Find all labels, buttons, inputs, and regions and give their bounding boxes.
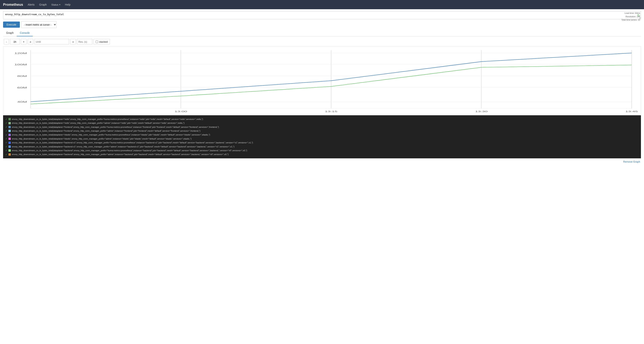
duration-input[interactable] <box>10 39 20 44</box>
chevron-down-icon: ▾ <box>59 3 60 6</box>
legend-swatch <box>8 126 11 128</box>
legend-check-icon: ✓ <box>6 153 7 156</box>
legend-item: ✓ envoy_http_downstream_cx_tx_bytes_tota… <box>6 145 638 149</box>
legend-check-icon: ✓ <box>6 125 7 129</box>
legend-text: envoy_http_downstream_cx_tx_bytes_total{… <box>12 117 203 121</box>
navbar-item-graph[interactable]: Graph <box>39 2 47 7</box>
legend: ✓ envoy_http_downstream_cx_tx_bytes_tota… <box>3 115 641 158</box>
legend-item: ✓ envoy_http_downstream_cx_tx_bytes_tota… <box>6 133 638 137</box>
query-input-wrap: ↻ <box>3 11 641 20</box>
legend-item: ✓ envoy_http_downstream_cx_tx_bytes_tota… <box>6 137 638 141</box>
legend-swatch <box>8 118 11 120</box>
tab-console[interactable]: Console <box>17 30 33 36</box>
legend-swatch <box>8 142 11 144</box>
legend-swatch <box>8 130 11 132</box>
remove-graph-button[interactable]: Remove Graph <box>623 160 640 163</box>
stacked-text: stacked <box>99 40 108 43</box>
navbar-item-help[interactable]: Help <box>65 2 70 7</box>
legend-check-icon: ✓ <box>6 137 7 141</box>
legend-text: envoy_http_downstream_cx_tx_bytes_total{… <box>12 149 247 152</box>
legend-text: envoy_http_downstream_cx_tx_bytes_total{… <box>12 137 192 141</box>
resolution: Resolution: 14s <box>621 15 640 18</box>
legend-check-icon: ✓ <box>6 145 7 149</box>
legend-text: envoy_http_downstream_cx_tx_bytes_total{… <box>12 121 184 125</box>
navbar-item-status[interactable]: Status ▾ <box>51 3 60 6</box>
total-series: Total time series: 10 <box>621 18 640 22</box>
legend-check-icon: ✓ <box>6 149 7 152</box>
svg-text:80M: 80M <box>17 75 27 77</box>
svg-text:13:30: 13:30 <box>475 110 488 113</box>
stacked-label[interactable]: stacked <box>94 39 110 44</box>
legend-swatch <box>8 149 11 152</box>
graph-controls: - + « » stacked <box>3 36 641 46</box>
legend-swatch <box>8 145 11 148</box>
legend-check-icon: ✓ <box>6 117 7 121</box>
svg-text:13:00: 13:00 <box>175 110 187 113</box>
legend-text: envoy_http_downstream_cx_tx_bytes_total{… <box>12 153 228 156</box>
svg-text:60M: 60M <box>17 86 27 89</box>
res-input[interactable] <box>77 39 92 44</box>
navbar-brand: Prometheus <box>3 3 23 7</box>
svg-text:13:45: 13:45 <box>625 110 638 113</box>
legend-item: ✓ envoy_http_downstream_cx_tx_bytes_tota… <box>6 153 638 156</box>
query-row: ↻ Load time: 64ms Resolution: 14s Total … <box>3 11 641 20</box>
tab-graph[interactable]: Graph <box>3 30 17 36</box>
legend-text: envoy_http_downstream_cx_tx_bytes_total{… <box>12 133 210 137</box>
legend-item: ✓ envoy_http_downstream_cx_tx_bytes_tota… <box>6 121 638 125</box>
until-input[interactable] <box>34 39 69 44</box>
svg-text:120M: 120M <box>14 52 27 54</box>
svg-text:100M: 100M <box>14 64 27 66</box>
legend-check-icon: ✓ <box>6 121 7 125</box>
load-info: Load time: 64ms Resolution: 14s Total ti… <box>620 11 641 22</box>
legend-swatch <box>8 153 11 156</box>
legend-text: envoy_http_downstream_cx_tx_bytes_total{… <box>12 125 219 129</box>
legend-swatch <box>8 122 11 124</box>
main-content: ↻ Load time: 64ms Resolution: 14s Total … <box>0 9 644 166</box>
insert-metric-select[interactable]: - insert metric at cursor - <box>21 21 56 28</box>
execute-button[interactable]: Execute <box>3 21 20 28</box>
stacked-checkbox[interactable] <box>96 40 98 43</box>
legend-swatch <box>8 134 11 136</box>
legend-check-icon: ✓ <box>6 141 7 144</box>
legend-check-icon: ✓ <box>6 133 7 137</box>
svg-text:40M: 40M <box>17 101 27 103</box>
remove-graph-row: Remove Graph <box>3 158 641 164</box>
chart-svg: 120M 100M 80M 60M 40M 13:00 13:15 13:30 … <box>3 46 641 115</box>
legend-item: ✓ envoy_http_downstream_cx_tx_bytes_tota… <box>6 141 638 144</box>
controls-row: Execute - insert metric at cursor - <box>3 21 641 28</box>
legend-item: ✓ envoy_http_downstream_cx_tx_bytes_tota… <box>6 125 638 129</box>
legend-item: ✓ envoy_http_downstream_cx_tx_bytes_tota… <box>6 129 638 133</box>
query-input[interactable] <box>3 11 641 19</box>
legend-text: envoy_http_downstream_cx_tx_bytes_total{… <box>12 141 253 144</box>
navbar: Prometheus Alerts Graph Status ▾ Help <box>0 0 644 9</box>
legend-item: ✓ envoy_http_downstream_cx_tx_bytes_tota… <box>6 117 638 121</box>
legend-swatch <box>8 138 11 140</box>
forward-button[interactable]: » <box>70 39 76 44</box>
navbar-item-alerts[interactable]: Alerts <box>28 2 34 7</box>
back-button[interactable]: « <box>28 39 33 44</box>
load-time: Load time: 64ms <box>621 11 640 15</box>
legend-text: envoy_http_downstream_cx_tx_bytes_total{… <box>12 129 200 133</box>
svg-text:13:15: 13:15 <box>325 110 338 113</box>
chart-container: 120M 100M 80M 60M 40M 13:00 13:15 13:30 … <box>3 46 641 115</box>
tabs-row: Graph Console <box>3 30 641 36</box>
duration-plus-button[interactable]: + <box>21 39 26 44</box>
legend-item: ✓ envoy_http_downstream_cx_tx_bytes_tota… <box>6 149 638 152</box>
duration-minus-button[interactable]: - <box>4 39 9 44</box>
legend-text: envoy_http_downstream_cx_tx_bytes_total{… <box>12 145 234 149</box>
legend-check-icon: ✓ <box>6 129 7 133</box>
